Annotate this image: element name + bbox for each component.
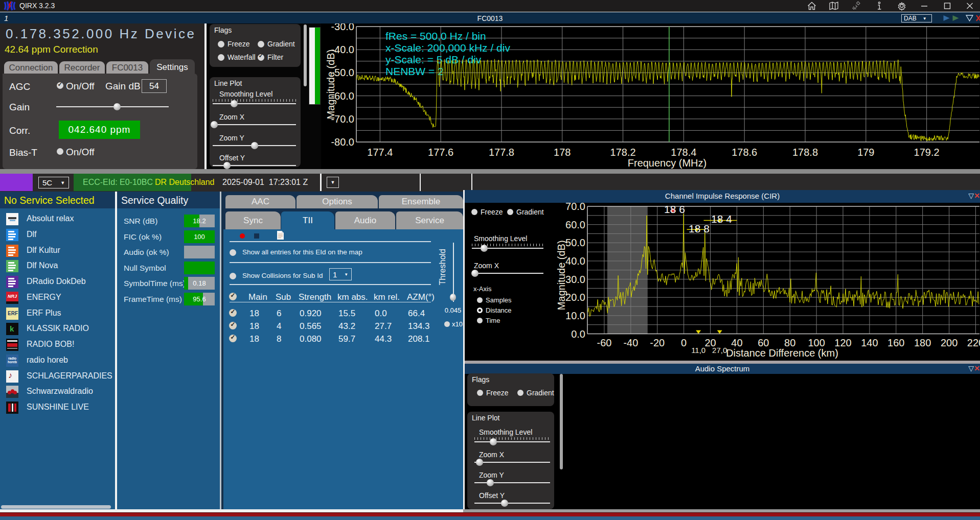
- slider-smoothing-level[interactable]: [474, 441, 550, 442]
- filter-radio[interactable]: [258, 54, 264, 61]
- gradient-radio[interactable]: [258, 41, 264, 48]
- panel-close-icon[interactable]: ✕: [974, 192, 980, 200]
- slider-zoom-y[interactable]: [474, 482, 550, 483]
- close-icon[interactable]: [965, 1, 975, 11]
- slider-thumb[interactable]: [251, 142, 258, 149]
- service-list-item[interactable]: radiohorebradio horeb: [0, 353, 115, 369]
- play-secondary-button[interactable]: [952, 15, 960, 21]
- threshold-slider[interactable]: [453, 243, 454, 302]
- scrollbar-thumb[interactable]: [304, 25, 307, 86]
- service-list-item[interactable]: RADIO BOB!: [0, 337, 115, 353]
- collapse-nabla-icon[interactable]: ▽: [968, 364, 974, 372]
- tab-audio[interactable]: Audio: [335, 211, 395, 229]
- service-list-item[interactable]: ♪SCHLAGERPARADIES: [0, 369, 115, 385]
- row-check[interactable]: [229, 335, 237, 342]
- freeze-radio[interactable]: [477, 390, 483, 396]
- slider-zoom-y[interactable]: [213, 145, 296, 146]
- nav-close-icon[interactable]: [976, 14, 980, 22]
- tii-col-header[interactable]: km rel.: [374, 292, 400, 302]
- cir-header[interactable]: Channel Impulse Response (CIR) ▽ ✕: [465, 190, 980, 203]
- tii-col-header[interactable]: Sub: [276, 292, 291, 302]
- tab-options[interactable]: Options: [297, 195, 378, 208]
- agc-onoff-radio[interactable]: [57, 82, 63, 89]
- row-check[interactable]: [229, 322, 237, 329]
- tab-connection[interactable]: Connection: [4, 61, 58, 74]
- select-all-check[interactable]: [229, 293, 237, 300]
- tab-sync[interactable]: Sync: [225, 211, 281, 229]
- cir-plot[interactable]: 70.060.050.040.030.020.010.00.0Magnitude…: [465, 203, 980, 361]
- freeze-radio[interactable]: [218, 41, 224, 48]
- horizontal-splitter[interactable]: [0, 169, 980, 174]
- satellite-icon[interactable]: [851, 1, 861, 11]
- ensemble-dropdown[interactable]: ▼: [327, 177, 339, 188]
- tab-aac[interactable]: AAC: [225, 195, 295, 208]
- gradient-radio[interactable]: [517, 390, 523, 396]
- scrollbar-thumb[interactable]: [1, 505, 111, 509]
- show-all-entries-radio[interactable]: [230, 249, 236, 256]
- mute-indicator[interactable]: [0, 174, 33, 191]
- gain-db-input[interactable]: 54: [142, 79, 167, 93]
- collapse-nabla-icon[interactable]: [965, 14, 974, 22]
- service-list-item[interactable]: Dlf Nova: [0, 258, 115, 274]
- rf-spectrum-plot[interactable]: -30.0-40.0-50.0-60.0-70.0-80.0Magnitude …: [321, 23, 980, 169]
- x10-option[interactable]: x10: [444, 320, 463, 328]
- service-list-item[interactable]: Dlf: [0, 227, 115, 243]
- flag-option-freeze[interactable]: Freeze: [218, 40, 250, 48]
- tii-col-header[interactable]: Main: [248, 292, 267, 302]
- x10-radio[interactable]: [444, 321, 450, 327]
- tab-fc0013[interactable]: FC0013: [106, 61, 148, 74]
- minimize-icon[interactable]: [919, 1, 929, 11]
- service-list-item[interactable]: Dlf Kultur: [0, 243, 115, 259]
- slider-zoom-x[interactable]: [213, 124, 296, 125]
- waterfall-radio[interactable]: [218, 54, 224, 61]
- tab-ensemble[interactable]: Ensemble: [379, 195, 463, 208]
- play-button[interactable]: [943, 15, 950, 21]
- panel-close-icon[interactable]: ✕: [974, 364, 980, 372]
- gear-icon[interactable]: [897, 1, 907, 11]
- slider-smoothing-level[interactable]: [213, 103, 296, 104]
- flag-option-filter[interactable]: Filter: [258, 53, 283, 61]
- tab-settings[interactable]: Settings: [150, 59, 195, 74]
- service-list-item[interactable]: SUNSHINE LIVE: [0, 400, 115, 416]
- row-check[interactable]: [229, 309, 237, 317]
- slider-thumb[interactable]: [223, 162, 231, 169]
- tab-recorder[interactable]: Recorder: [59, 61, 105, 74]
- subid-select[interactable]: 1 ▼: [329, 268, 352, 280]
- bias-t-onoff-radio[interactable]: [57, 148, 63, 155]
- mode-select[interactable]: DAB ▼: [901, 14, 932, 22]
- info-icon[interactable]: [874, 1, 884, 11]
- flag-option-gradient[interactable]: Gradient: [258, 40, 295, 48]
- tab-service[interactable]: Service: [396, 211, 463, 229]
- tii-col-header[interactable]: km abs.: [337, 292, 368, 302]
- gain-slider-thumb[interactable]: [113, 103, 121, 110]
- gain-slider[interactable]: [56, 106, 169, 107]
- service-list-item[interactable]: ERFERF Plus: [0, 306, 115, 322]
- slider-thumb[interactable]: [231, 100, 238, 107]
- slider-offset-y[interactable]: [474, 503, 550, 504]
- tab-tii[interactable]: TII: [281, 211, 334, 229]
- collapse-nabla-icon[interactable]: ▽: [968, 192, 974, 200]
- show-collisions-radio[interactable]: [230, 273, 236, 279]
- tii-col-header[interactable]: AZM(°): [407, 292, 435, 302]
- threshold-slider-thumb[interactable]: [450, 294, 456, 301]
- service-list-item[interactable]: Schwarzwaldradio: [0, 384, 115, 400]
- service-list-item[interactable]: NRJENERGY: [0, 290, 115, 306]
- slider-thumb[interactable]: [487, 479, 494, 486]
- slider-thumb[interactable]: [490, 438, 497, 445]
- home-icon[interactable]: [807, 1, 817, 11]
- scrollbar-thumb[interactable]: [560, 374, 563, 469]
- as-gradient-option[interactable]: Gradient: [517, 389, 554, 397]
- tii-col-header[interactable]: Strength: [299, 292, 331, 302]
- document-icon[interactable]: [277, 230, 284, 240]
- channel-select[interactable]: 5C ▼: [38, 177, 69, 188]
- maximize-icon[interactable]: [942, 1, 952, 11]
- audio-spectrum-header[interactable]: Audio Spectrum ▽ ✕: [465, 364, 980, 374]
- service-list-item[interactable]: DRadio DokDeb: [0, 274, 115, 290]
- service-list-item[interactable]: kKLASSIK RADIO: [0, 321, 115, 337]
- slider-thumb[interactable]: [211, 121, 218, 128]
- map-icon[interactable]: [829, 1, 839, 11]
- flag-option-waterfall[interactable]: Waterfall: [218, 53, 256, 61]
- service-list-item[interactable]: Absolut relax: [0, 211, 115, 227]
- stop-icon[interactable]: [254, 233, 259, 239]
- as-freeze-option[interactable]: Freeze: [477, 389, 509, 397]
